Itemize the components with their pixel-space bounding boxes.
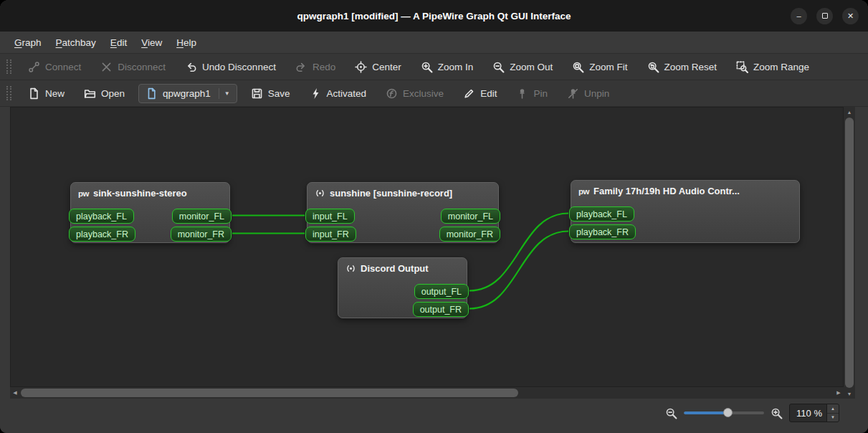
port-sink-playback_FR[interactable]: playback_FR [69, 227, 135, 242]
qpwgraph-window: qpwgraph1 [modified] — A PipeWire Graph … [0, 0, 868, 433]
node-header: pwFamily 17h/19h HD Audio Contr... [571, 181, 799, 196]
spin-up-button[interactable]: ▲ [827, 404, 839, 414]
zoom-in-button[interactable]: Zoom In [415, 57, 480, 77]
port-sink-playback_FL[interactable]: playback_FL [69, 209, 134, 224]
redo-button[interactable]: Redo [290, 57, 341, 77]
port-discord-output_FL[interactable]: output_FL [414, 284, 469, 299]
menu-mnemonic: V [141, 37, 148, 48]
edit-label: Edit [480, 88, 497, 99]
audio-app-icon [345, 263, 356, 274]
maximize-icon [822, 13, 828, 19]
save-button[interactable]: Save [245, 84, 296, 103]
toolbar-grip[interactable] [6, 60, 11, 74]
close-button[interactable]: ✕ [842, 8, 859, 24]
zoom-fit-button[interactable]: Zoom Fit [566, 57, 633, 77]
menu-mnemonic: P [56, 37, 62, 48]
window-controls: – ✕ [791, 0, 859, 32]
graph-node-family[interactable]: pwFamily 17h/19h HD Audio Contr...playba… [571, 180, 800, 243]
new-label: New [45, 88, 65, 99]
spin-buttons: ▲ ▼ [826, 404, 839, 422]
menu-edit[interactable]: Edit [103, 34, 134, 51]
exclusive-button[interactable]: Exclusive [380, 84, 449, 103]
horizontal-scroll-thumb[interactable] [21, 389, 518, 397]
undo-disconnect-button[interactable]: Undo Disconnect [179, 57, 282, 77]
toolbar-main: ConnectDisconnectUndo DisconnectRedoCent… [0, 54, 868, 80]
toolbar-grip[interactable] [6, 86, 11, 100]
zoom-slider-handle[interactable] [723, 408, 733, 417]
scroll-left-button[interactable]: ◀ [10, 387, 20, 399]
port-discord-output_FR[interactable]: output_FR [413, 302, 469, 317]
titlebar[interactable]: qpwgraph1 [modified] — A PipeWire Graph … [0, 0, 868, 32]
node-header: Discord Output [338, 258, 467, 274]
statusbar-zoom-out-icon[interactable] [665, 407, 677, 419]
disconnect-button[interactable]: Disconnect [95, 57, 171, 77]
vertical-scrollbar[interactable]: ▲ ▼ [844, 107, 855, 399]
port-sunshine-input_FR[interactable]: input_FR [305, 227, 356, 242]
close-icon: ✕ [847, 12, 854, 20]
menu-graph[interactable]: Graph [7, 34, 49, 51]
graph-node-sunshine[interactable]: sunshine [sunshine-record]input_FLinput_… [307, 182, 499, 243]
menu-view[interactable]: View [134, 34, 169, 51]
graph-node-discord[interactable]: Discord Outputoutput_FLoutput_FR [338, 257, 467, 318]
center-label: Center [372, 62, 401, 72]
center-button[interactable]: Center [349, 57, 407, 77]
port-sunshine-monitor_FR[interactable]: monitor_FR [439, 227, 500, 242]
connect-button[interactable]: Connect [22, 57, 87, 77]
maximize-button[interactable] [816, 8, 833, 24]
menu-mnemonic: G [14, 37, 22, 48]
scroll-right-button[interactable]: ▶ [834, 387, 844, 399]
activated-button[interactable]: Activated [304, 84, 373, 103]
node-title: sink-sunshine-stereo [93, 188, 187, 199]
disconnect-icon [100, 61, 113, 73]
zoom-reset-label: Zoom Reset [664, 62, 717, 72]
zoom-reset-button[interactable]: Zoom Reset [642, 57, 723, 77]
zoom-range-label: Zoom Range [753, 62, 809, 72]
spin-down-button[interactable]: ▼ [827, 414, 839, 422]
unpin-label: Unpin [584, 88, 609, 99]
scroll-up-button[interactable]: ▲ [844, 107, 855, 117]
node-title: Discord Output [361, 263, 429, 274]
menu-mnemonic: E [110, 37, 117, 48]
port-sink-monitor_FR[interactable]: monitor_FR [171, 227, 232, 242]
menu-help[interactable]: Help [169, 34, 204, 51]
minimize-button[interactable]: – [791, 8, 807, 24]
open-icon [84, 87, 96, 100]
zoom-reset-icon [647, 61, 659, 73]
session-combo-value: qpwgraph1 [163, 88, 211, 99]
unpin-button[interactable]: Unpin [561, 84, 615, 103]
port-sunshine-input_FL[interactable]: input_FL [305, 209, 355, 224]
zoom-slider[interactable] [684, 407, 764, 419]
statusbar-zoom-in-icon[interactable] [771, 407, 783, 419]
port-sunshine-monitor_FL[interactable]: monitor_FL [441, 209, 500, 224]
new-button[interactable]: New [22, 84, 70, 103]
zoom-range-button[interactable]: Zoom Range [730, 57, 815, 77]
port-family-playback_FR[interactable]: playback_FR [569, 224, 636, 239]
node-header: pwsink-sunshine-stereo [71, 183, 229, 199]
zoom-in-label: Zoom In [438, 62, 474, 72]
graph-node-sink[interactable]: pwsink-sunshine-stereoplayback_FLplaybac… [70, 182, 230, 243]
zoom-controls: 110 % ▲ ▼ [665, 403, 839, 423]
zoom-fit-label: Zoom Fit [589, 62, 627, 72]
open-button[interactable]: Open [78, 84, 130, 103]
vertical-scroll-thumb[interactable] [845, 118, 854, 388]
horizontal-scrollbar[interactable]: ◀ ▶ [10, 387, 844, 399]
save-icon [251, 87, 263, 100]
scroll-down-button[interactable]: ▼ [844, 389, 855, 399]
activated-icon [310, 87, 322, 100]
zoom-out-label: Zoom Out [510, 62, 553, 72]
center-icon [355, 61, 367, 73]
pin-button[interactable]: Pin [510, 84, 553, 103]
edit-button[interactable]: Edit [457, 84, 502, 103]
menu-patchbay[interactable]: Patchbay [49, 34, 103, 51]
node-title: sunshine [sunshine-record] [330, 188, 452, 199]
session-combo[interactable]: qpwgraph1▼ [138, 84, 237, 103]
zoom-spinbox[interactable]: 110 % ▲ ▼ [789, 404, 839, 422]
node-header: sunshine [sunshine-record] [307, 183, 498, 199]
zoom-slider-fill [684, 411, 728, 414]
graph-canvas[interactable]: pwsink-sunshine-stereoplayback_FLplaybac… [10, 107, 844, 387]
pipewire-icon: pw [78, 189, 89, 198]
port-sink-monitor_FL[interactable]: monitor_FL [172, 209, 232, 224]
zoom-out-button[interactable]: Zoom Out [487, 57, 558, 77]
window-title: qpwgraph1 [modified] — A PipeWire Graph … [297, 11, 571, 22]
port-family-playback_FL[interactable]: playback_FL [569, 206, 634, 222]
